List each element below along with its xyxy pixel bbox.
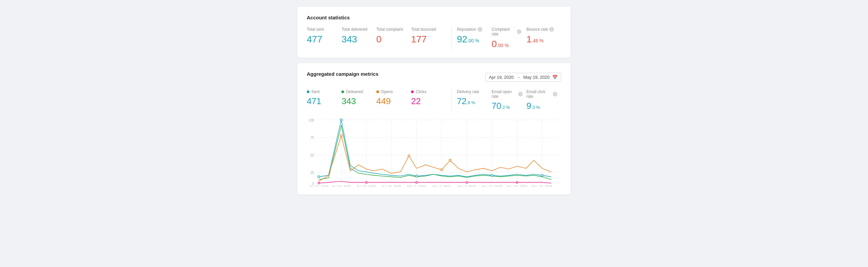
legend-sent-label: Sent [307, 89, 337, 94]
clicks-dot-4 [466, 182, 468, 183]
account-statistics-card: Account statistics Total sent 477 Total … [298, 7, 570, 58]
stat-total-complaint-label: Total complaint [376, 27, 406, 32]
campaign-chart: 100 75 50 25 0 [307, 116, 561, 187]
stat-complaint-rate: Complaint rate i 0.00 % [492, 27, 526, 50]
opens-dot-4 [449, 159, 451, 161]
reputation-info-icon[interactable]: i [477, 27, 482, 32]
stat-total-delivered-value: 343 [341, 34, 371, 45]
x-label-10: May 19, 2020 [532, 185, 552, 187]
legend-clicks-label: Clicks [411, 89, 442, 94]
metrics-legend-row: Sent 471 Delivered 343 O [307, 89, 561, 111]
metric-email-open-rate-value: 70.2 % [492, 101, 522, 111]
metric-delivery-rate: Delivery rate 72.8 % [457, 89, 492, 111]
clicks-dot-3 [416, 182, 417, 183]
stat-total-delivered-label: Total delivered [341, 27, 371, 32]
sent-dot-4 [491, 174, 493, 176]
sent-dot-5 [541, 174, 543, 176]
legend-clicks: Clicks 22 [411, 89, 446, 111]
clicks-dot [411, 90, 414, 93]
campaign-metrics-card: Aggregated campaign metrics Apr 19, 2020… [298, 63, 570, 194]
stat-total-sent: Total sent 477 [307, 27, 341, 45]
legend-sent-value: 471 [307, 96, 337, 106]
metric-delivery-rate-value: 72.8 % [457, 96, 488, 106]
delivered-dot [341, 90, 344, 93]
calendar-icon[interactable]: 📅 [552, 75, 558, 80]
date-range-picker[interactable]: Apr 19, 2020 → May 19, 2020 📅 [485, 73, 561, 82]
y-label-50: 50 [310, 153, 314, 157]
stat-reputation: Reputation i 92.00 % [457, 27, 492, 45]
y-label-100: 100 [308, 118, 314, 122]
opens-dot-2 [408, 155, 410, 157]
clicks-dot-5 [516, 182, 518, 183]
stat-reputation-value: 92.00 % [457, 34, 486, 45]
clicks-dot-2 [365, 182, 367, 183]
metric-email-click-rate-value: 9.3 % [527, 101, 557, 111]
stat-total-sent-value: 477 [307, 34, 336, 45]
campaign-metrics-title: Aggregated campaign metrics [307, 71, 378, 77]
legend-opens-value: 449 [376, 96, 407, 106]
metrics-divider [451, 89, 452, 111]
x-label-8: May 12, 2020 [482, 185, 502, 187]
email-click-rate-info-icon[interactable]: i [553, 92, 557, 97]
delivered-line [319, 125, 551, 180]
metric-delivery-rate-label: Delivery rate [457, 89, 488, 94]
legend-delivered-label: Delivered [341, 89, 372, 94]
stats-divider-1 [451, 27, 452, 50]
sent-dot-1 [318, 176, 320, 178]
legend-opens: Opens 449 [376, 89, 411, 111]
x-label-4: Apr 30, 2020 [382, 185, 401, 187]
opens-dot [376, 90, 379, 93]
bounce-rate-info-icon[interactable]: i [549, 27, 554, 32]
stat-total-complaint: Total complaint 0 [376, 27, 411, 45]
legend-delivered-value: 343 [341, 96, 372, 106]
stat-total-sent-label: Total sent [307, 27, 336, 32]
stat-bounce-rate-value: 1.46 % [527, 34, 556, 45]
stat-complaint-rate-value: 0.00 % [492, 38, 521, 50]
legend-clicks-value: 22 [411, 96, 442, 106]
x-label-2: Apr 24, 2020 [332, 185, 351, 187]
clicks-dot-1 [318, 182, 320, 184]
y-label-75: 75 [310, 136, 314, 139]
date-range-end: May 19, 2020 [523, 75, 550, 80]
date-range-start: Apr 19, 2020 [489, 75, 514, 80]
sent-dot-3 [416, 175, 418, 177]
metric-email-open-rate-label: Email open rate i [492, 89, 522, 99]
stat-total-complaint-value: 0 [376, 34, 406, 45]
stat-bounce-rate-label: Bounce rate i [527, 27, 556, 32]
metric-email-click-rate-label: Email click rate i [527, 89, 557, 99]
stat-reputation-label: Reputation i [457, 27, 486, 32]
x-label-7: May 9, 2020 [458, 185, 476, 187]
opens-dot-1 [340, 134, 342, 136]
sent-dot [307, 90, 309, 93]
stat-total-bounced-value: 177 [411, 34, 440, 45]
x-label-6: May 6, 2020 [432, 185, 451, 187]
opens-dot-3 [441, 168, 443, 170]
x-label-3: Apr 27, 2020 [357, 185, 376, 187]
legend-opens-label: Opens [376, 89, 407, 94]
chart-container: 100 75 50 25 0 [307, 116, 561, 187]
stat-total-delivered: Total delivered 343 [341, 27, 376, 45]
metric-email-open-rate: Email open rate i 70.2 % [492, 89, 526, 111]
metrics-header: Aggregated campaign metrics Apr 19, 2020… [307, 71, 561, 83]
stat-bounce-rate: Bounce rate i 1.46 % [527, 27, 561, 45]
metric-email-click-rate: Email click rate i 9.3 % [527, 89, 561, 111]
stat-total-bounced: Total bounced 177 [411, 27, 446, 45]
date-range-arrow: → [516, 75, 521, 80]
sent-dot-2 [340, 119, 342, 121]
legend-sent: Sent 471 [307, 89, 341, 111]
y-label-25: 25 [310, 171, 314, 175]
stats-row: Total sent 477 Total delivered 343 Total… [307, 27, 561, 50]
main-container: Account statistics Total sent 477 Total … [298, 7, 570, 194]
legend-delivered: Delivered 343 [341, 89, 376, 111]
account-statistics-title: Account statistics [307, 15, 561, 20]
x-label-1: Apr 21, 2020 [309, 185, 329, 187]
complaint-rate-info-icon[interactable]: i [517, 29, 521, 34]
stat-complaint-rate-label: Complaint rate i [492, 27, 521, 36]
stat-total-bounced-label: Total bounced [411, 27, 440, 32]
x-label-9: May 15, 2020 [507, 185, 527, 187]
x-label-5: May 3, 2020 [407, 185, 426, 187]
email-open-rate-info-icon[interactable]: i [518, 92, 522, 97]
